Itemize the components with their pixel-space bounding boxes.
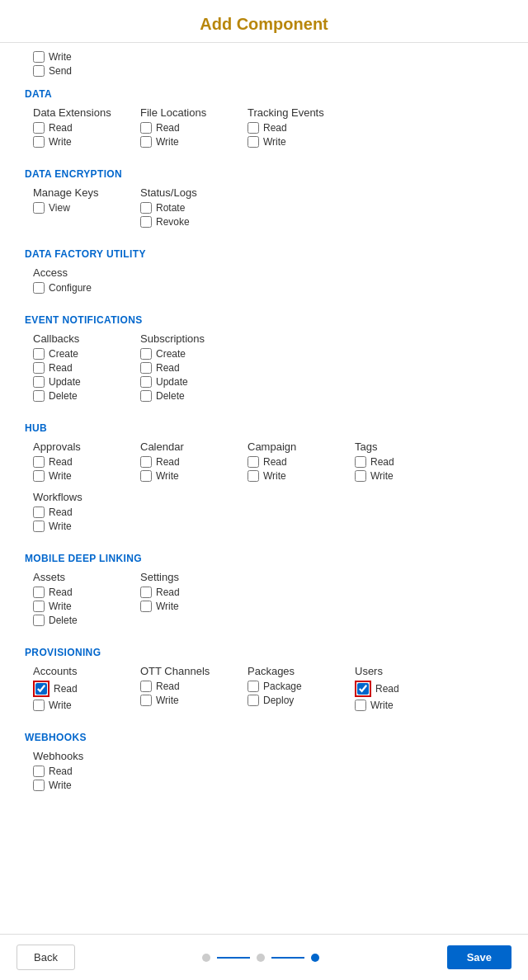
checkbox-provisioning-1-1[interactable] <box>140 695 152 706</box>
checkbox-row-mobile-deep-linking-0-1: Write <box>33 601 116 612</box>
checkbox-mobile-deep-linking-1-0[interactable] <box>140 587 152 598</box>
checkbox-provisioning-0-1[interactable] <box>33 700 45 711</box>
perm-group-title-hub-2: Campaign <box>248 441 330 453</box>
checkbox-mobile-deep-linking-0-2[interactable] <box>33 615 45 626</box>
checkbox-data-0-0[interactable] <box>33 122 45 134</box>
perm-group-data-factory-0: AccessConfigure <box>33 266 116 296</box>
checkbox-hub-3-0[interactable] <box>355 456 366 468</box>
perm-group-hub-3: TagsReadWrite <box>355 441 437 484</box>
checkbox-label-mobile-deep-linking-0-2: Delete <box>49 615 78 626</box>
section-label-data-factory: DATA FACTORY UTILITY <box>25 248 503 260</box>
checkbox-data-2-0[interactable] <box>248 122 259 134</box>
checkbox-data-encryption-0-0[interactable] <box>33 202 45 214</box>
perm-group-hub-0: ApprovalsReadWrite <box>33 441 116 484</box>
checkbox-event-notifications-1-2[interactable] <box>140 376 152 388</box>
section-hub: HUBApprovalsReadWriteCalendarReadWriteCa… <box>25 422 503 541</box>
progress-dot-2 <box>257 954 265 962</box>
checkbox-webhooks-0-0[interactable] <box>33 766 45 777</box>
permissions-grid-data-factory: AccessConfigure <box>33 266 503 303</box>
perm-group-event-notifications-0: CallbacksCreateReadUpdateDelete <box>33 332 116 404</box>
checkbox-label-event-notifications-1-2: Update <box>156 376 188 388</box>
checkbox-data-1-1[interactable] <box>140 136 152 148</box>
checkbox-row-hub-0-1: Write <box>33 470 116 482</box>
checkbox-row-hub-3-0: Read <box>355 456 437 468</box>
permissions-grid-data-encryption: Manage KeysViewStatus/LogsRotateRevoke <box>33 186 503 237</box>
perm-group-title-provisioning-0: Accounts <box>33 665 116 677</box>
checkbox-row-webhooks-0-0: Read <box>33 766 116 777</box>
checkbox-hub-4-1[interactable] <box>33 521 45 532</box>
checkbox-event-notifications-0-1[interactable] <box>33 362 45 374</box>
checkbox-webhooks-0-1[interactable] <box>33 780 45 791</box>
checkbox-data-1-0[interactable] <box>140 122 152 134</box>
checkbox-mobile-deep-linking-0-0[interactable] <box>33 587 45 598</box>
checkbox-row-hub-1-1: Write <box>140 470 223 482</box>
section-event-notifications: EVENT NOTIFICATIONSCallbacksCreateReadUp… <box>25 314 503 411</box>
progress-line-1 <box>217 957 250 959</box>
checkbox-provisioning-2-1[interactable] <box>248 695 259 706</box>
checkbox-provisioning-1-0[interactable] <box>140 681 152 692</box>
checkbox-event-notifications-0-3[interactable] <box>33 390 45 402</box>
checkbox-data-encryption-1-0[interactable] <box>140 202 152 214</box>
checkbox-hub-0-1[interactable] <box>33 470 45 482</box>
checkbox-hub-1-1[interactable] <box>140 470 152 482</box>
top-write-checkbox[interactable] <box>33 51 45 63</box>
top-send-checkbox[interactable] <box>33 65 45 77</box>
perm-group-data-0: Data ExtensionsReadWrite <box>33 106 116 150</box>
section-label-data-encryption: DATA ENCRYPTION <box>25 168 503 180</box>
permissions-grid-event-notifications: CallbacksCreateReadUpdateDeleteSubscript… <box>33 332 503 411</box>
checkbox-label-mobile-deep-linking-0-0: Read <box>49 587 73 598</box>
checkbox-provisioning-3-1[interactable] <box>355 700 366 711</box>
perm-group-title-data-encryption-1: Status/Logs <box>140 186 223 199</box>
checkbox-data-factory-0-0[interactable] <box>33 282 45 294</box>
checkbox-row-hub-4-1: Write <box>33 521 116 532</box>
checkbox-row-data-1-1: Write <box>140 136 223 148</box>
checkbox-hub-2-0[interactable] <box>248 456 259 468</box>
perm-group-provisioning-3: UsersReadWrite <box>355 665 437 714</box>
checkbox-row-event-notifications-1-2: Update <box>140 376 223 388</box>
checkbox-mobile-deep-linking-1-1[interactable] <box>140 601 152 612</box>
checkbox-event-notifications-1-0[interactable] <box>140 348 152 360</box>
section-data: DATAData ExtensionsReadWriteFile Locatio… <box>25 88 503 157</box>
checkbox-data-encryption-1-1[interactable] <box>140 216 152 228</box>
checkbox-hub-4-0[interactable] <box>33 506 45 518</box>
checkbox-event-notifications-0-2[interactable] <box>33 376 45 388</box>
checkbox-hub-0-0[interactable] <box>33 456 45 468</box>
checkbox-provisioning-2-0[interactable] <box>248 681 259 692</box>
checkbox-row-data-encryption-0-0: View <box>33 202 116 214</box>
top-write-row: Write <box>33 51 503 63</box>
checkbox-event-notifications-1-1[interactable] <box>140 362 152 374</box>
perm-group-title-data-factory-0: Access <box>33 266 116 279</box>
checkbox-event-notifications-0-0[interactable] <box>33 348 45 360</box>
checkbox-label-mobile-deep-linking-1-1: Write <box>156 601 179 612</box>
perm-group-webhooks-0: WebhooksReadWrite <box>33 750 116 794</box>
checkbox-hub-1-0[interactable] <box>140 456 152 468</box>
checkbox-label-provisioning-3-0: Read <box>375 683 399 695</box>
checkbox-data-0-1[interactable] <box>33 136 45 148</box>
top-items: Write Send <box>33 51 503 77</box>
checkbox-label-provisioning-0-1: Write <box>49 700 72 711</box>
checkbox-event-notifications-1-3[interactable] <box>140 390 152 402</box>
checkbox-provisioning-0-0[interactable] <box>35 683 47 695</box>
checkbox-label-event-notifications-0-2: Update <box>49 376 81 388</box>
section-label-webhooks: WEBHOOKS <box>25 732 503 743</box>
checkbox-provisioning-3-0[interactable] <box>357 683 369 695</box>
checkbox-label-data-2-1: Write <box>263 136 286 148</box>
checkbox-highlight-wrapper-provisioning-0-0 <box>33 681 50 697</box>
checkbox-label-event-notifications-1-3: Delete <box>156 390 185 402</box>
checkbox-hub-2-1[interactable] <box>248 470 259 482</box>
checkbox-label-data-2-0: Read <box>263 122 287 134</box>
perm-group-data-1: File LocationsReadWrite <box>140 106 223 150</box>
back-button[interactable]: Back <box>16 945 75 970</box>
checkbox-row-mobile-deep-linking-1-1: Write <box>140 601 223 612</box>
checkbox-hub-3-1[interactable] <box>355 470 366 482</box>
scroll-area[interactable]: Write Send DATAData ExtensionsReadWriteF… <box>0 43 528 934</box>
perm-group-provisioning-2: PackagesPackageDeploy <box>248 665 330 714</box>
section-label-data: DATA <box>25 88 503 100</box>
perm-group-provisioning-1: OTT ChannelsReadWrite <box>140 665 223 714</box>
perm-group-hub-2: CampaignReadWrite <box>248 441 330 484</box>
checkbox-data-2-1[interactable] <box>248 136 259 148</box>
checkbox-mobile-deep-linking-0-1[interactable] <box>33 601 45 612</box>
save-button[interactable]: Save <box>447 945 512 969</box>
checkbox-row-hub-2-0: Read <box>248 456 330 468</box>
perm-group-title-webhooks-0: Webhooks <box>33 750 116 762</box>
